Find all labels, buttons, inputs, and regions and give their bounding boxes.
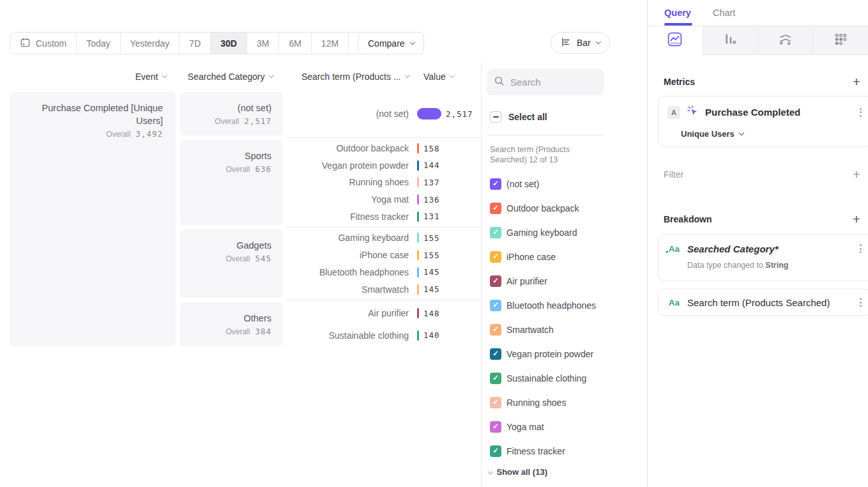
column-header-value[interactable]: Value [423, 72, 475, 82]
date-range-custom[interactable]: Custom [10, 33, 76, 54]
series-checkbox[interactable]: ✓ [490, 227, 501, 238]
legend-item[interactable]: ✓Smartwatch [490, 318, 604, 342]
series-checkbox[interactable]: ✓ [490, 397, 501, 408]
date-range-yesterday[interactable]: Yesterday [120, 33, 179, 54]
report-type-funnels-tab[interactable] [703, 26, 758, 55]
event-cell[interactable]: Purchase Completed [Unique Users] Overal… [10, 92, 176, 346]
select-all-label: Select all [508, 112, 547, 122]
report-type-insights-tab[interactable] [648, 26, 703, 55]
breakdown-property-label: Searched Category* [687, 244, 852, 254]
checkmark-icon: ✓ [492, 205, 499, 212]
legend-item[interactable]: ✓Outdoor backpack [490, 196, 604, 220]
breakdown-menu-button[interactable] [858, 243, 863, 254]
breakdown-heading: Breakdown [664, 214, 712, 224]
series-checkbox[interactable]: ✓ [490, 300, 501, 311]
overall-label: Overall [106, 130, 130, 139]
search-input[interactable] [510, 77, 593, 88]
value-number: 137 [423, 178, 440, 187]
date-range-label: 3M [257, 38, 269, 49]
legend-item[interactable]: ✓Gaming keyboard [490, 220, 604, 245]
breakdown-card-searched-category[interactable]: Aa* Searched Category* Data type changed… [658, 234, 868, 281]
chart-type-button[interactable]: Bar [551, 32, 610, 54]
search-term-rows: (not set)2,517 [287, 92, 478, 135]
date-range-6m[interactable]: 6M [278, 33, 310, 54]
legend-item[interactable]: ✓Air purifier [490, 269, 604, 293]
series-search[interactable] [487, 69, 604, 95]
search-term-row[interactable]: Fitness tracker131 [287, 208, 478, 225]
legend-item[interactable]: ✓Vegan protein powder [490, 342, 604, 366]
legend-item[interactable]: ✓Fitness tracker [490, 439, 604, 463]
series-checkbox[interactable]: ✓ [490, 178, 501, 190]
measure-selector[interactable]: Unique Users [681, 129, 863, 139]
search-term-row[interactable]: Gaming keyboard155 [287, 229, 478, 247]
category-cell[interactable]: SportsOverall636 [180, 140, 283, 225]
metric-menu-button[interactable] [858, 107, 863, 118]
tab-chart[interactable]: Chart [713, 8, 735, 26]
legend-item[interactable]: ✓Running shoes [490, 390, 604, 415]
search-term-row[interactable]: Bluetooth headphones145 [287, 264, 478, 281]
legend-item-label: (not set) [506, 179, 539, 189]
series-checkbox[interactable]: ✓ [490, 348, 501, 360]
compare-button[interactable]: Compare [358, 32, 424, 54]
search-term-row[interactable]: (not set)2,517 [287, 105, 478, 123]
report-type-retention-tab[interactable] [813, 26, 868, 55]
legend-item[interactable]: ✓Bluetooth headphones [490, 293, 604, 318]
breakdown-property-label: Search term (Products Searched) [687, 297, 852, 308]
search-term-row[interactable]: Sustainable clothing140 [287, 327, 478, 344]
value-number: 145 [423, 284, 440, 294]
series-checkbox[interactable]: ✓ [490, 421, 501, 433]
legend-item[interactable]: ✓iPhone case [490, 245, 604, 269]
legend-item[interactable]: ✓(not set) [490, 172, 604, 196]
category-cell[interactable]: OthersOverall384 [180, 302, 283, 346]
checkmark-icon: ✓ [492, 277, 499, 285]
series-checkbox[interactable]: ✓ [490, 203, 501, 214]
legend-item[interactable]: ✓Sustainable clothing [490, 366, 604, 390]
select-all-checkbox[interactable] [490, 111, 501, 123]
search-term-row[interactable]: iPhone case155 [287, 247, 478, 264]
series-checkbox[interactable]: ✓ [490, 373, 501, 384]
legend-item-label: Sustainable clothing [506, 373, 586, 383]
column-header-searched-category[interactable]: Searched Category [180, 72, 273, 82]
report-type-flows-tab[interactable] [758, 26, 813, 55]
show-all-button[interactable]: Show all (13) [489, 467, 547, 477]
legend-item-label: Outdoor backpack [506, 203, 579, 213]
series-checkbox[interactable]: ✓ [490, 251, 501, 263]
category-cell[interactable]: (not set)Overall2,517 [180, 92, 283, 135]
overall-label: Overall [215, 117, 239, 126]
category-cell[interactable]: GadgetsOverall545 [180, 229, 283, 298]
search-term-row[interactable]: Vegan protein powder144 [287, 157, 478, 174]
column-header-label: Value [423, 72, 446, 82]
add-metric-button[interactable]: + [853, 75, 860, 88]
search-term-row[interactable]: Air purifier148 [287, 304, 478, 322]
date-range-30d[interactable]: 30D [210, 33, 247, 54]
add-filter-button[interactable]: + [853, 168, 860, 181]
date-range-7d[interactable]: 7D [179, 33, 210, 54]
value-bar [417, 143, 419, 153]
date-range-12m[interactable]: 12M [311, 33, 348, 54]
overall-label: Overall [225, 254, 250, 263]
breakdown-card-search-term[interactable]: Aa Search term (Products Searched) [658, 289, 868, 316]
search-icon [494, 75, 505, 89]
filter-heading: Filter [664, 169, 683, 180]
value-number: 158 [423, 144, 440, 153]
search-term-row[interactable]: Yoga mat136 [287, 191, 478, 208]
series-checkbox[interactable]: ✓ [490, 445, 501, 457]
search-term-row[interactable]: Outdoor backpack158 [287, 140, 478, 157]
note-prefix: Data type changed to [687, 261, 765, 270]
series-checkbox[interactable]: ✓ [490, 275, 501, 287]
breakdown-menu-button[interactable] [858, 297, 863, 308]
date-range-label: 7D [189, 38, 201, 49]
legend-item[interactable]: ✓Yoga mat [490, 415, 604, 439]
date-range-today[interactable]: Today [76, 33, 119, 54]
select-all-row[interactable]: Select all [490, 111, 547, 123]
date-range-3m[interactable]: 3M [247, 33, 278, 54]
column-header-search-term[interactable]: Search term (Products ... [287, 72, 409, 82]
category-name: Gadgets [187, 239, 271, 252]
search-term-row[interactable]: Smartwatch145 [287, 281, 478, 298]
series-checkbox[interactable]: ✓ [490, 324, 501, 336]
column-header-event[interactable]: Event [10, 72, 166, 82]
search-term-row[interactable]: Running shoes137 [287, 174, 478, 191]
metric-card[interactable]: A Purchase Completed Unique Users [658, 96, 868, 147]
add-breakdown-button[interactable]: + [853, 213, 860, 226]
string-property-icon: Aa* [667, 244, 681, 254]
